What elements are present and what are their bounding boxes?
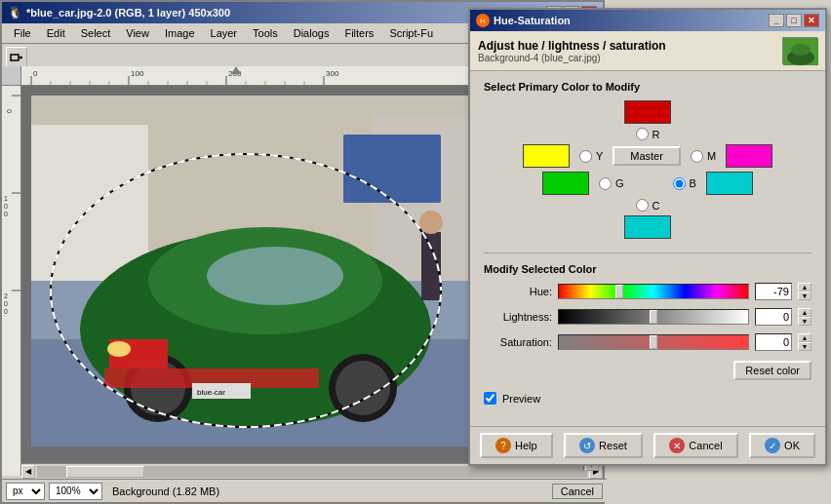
radio-magenta[interactable] bbox=[691, 150, 703, 163]
dialog-body: Select Primary Color to Modify R Y Maste… bbox=[470, 71, 825, 414]
dialog-maximize-button[interactable]: □ bbox=[786, 14, 802, 27]
sliders-section: Modify Selected Color Hue: -79 ▲ ▼ Light… bbox=[484, 252, 811, 405]
radio-cyan[interactable] bbox=[636, 199, 649, 212]
zoom-selector[interactable]: 100% 50% 200% bbox=[49, 483, 102, 500]
hue-saturation-dialog: H Hue-Saturation _ □ ✕ Adjust hue / ligh… bbox=[468, 8, 827, 466]
saturation-spinner[interactable]: ▲ ▼ bbox=[798, 333, 811, 351]
svg-text:0: 0 bbox=[4, 300, 8, 307]
svg-rect-41 bbox=[343, 135, 441, 203]
dialog-titlebar: H Hue-Saturation _ □ ✕ bbox=[470, 10, 825, 31]
menu-edit[interactable]: Edit bbox=[39, 25, 73, 41]
radio-yellow-label: Y bbox=[596, 150, 603, 162]
menu-script-fu[interactable]: Script-Fu bbox=[381, 25, 441, 41]
green-swatch bbox=[542, 172, 589, 195]
unit-selector[interactable]: px in cm bbox=[6, 483, 45, 500]
radio-blue[interactable] bbox=[673, 177, 686, 190]
saturation-value[interactable]: 0 bbox=[755, 333, 792, 351]
preview-checkbox[interactable] bbox=[484, 392, 496, 405]
dialog-close-button[interactable]: ✕ bbox=[804, 14, 819, 27]
saturation-spin-down[interactable]: ▼ bbox=[798, 342, 811, 351]
reset-label: Reset bbox=[599, 440, 627, 451]
blue-swatch bbox=[706, 172, 753, 195]
svg-text:0: 0 bbox=[4, 203, 8, 210]
middle-color-row: Y Master M bbox=[523, 144, 772, 168]
scroll-thumb-h[interactable] bbox=[66, 466, 144, 478]
cyan-swatch bbox=[624, 215, 671, 239]
lightness-spin-up[interactable]: ▲ bbox=[798, 308, 811, 317]
red-radio-row: R bbox=[636, 128, 660, 140]
menu-image[interactable]: Image bbox=[157, 25, 203, 41]
lightness-slider[interactable] bbox=[558, 309, 749, 325]
dialog-titlebar-left: H Hue-Saturation bbox=[476, 14, 571, 27]
lightness-value[interactable]: 0 bbox=[755, 308, 792, 326]
radio-green-label: G bbox=[615, 177, 624, 189]
hue-value[interactable]: -79 bbox=[755, 283, 792, 300]
saturation-thumb[interactable] bbox=[650, 335, 657, 349]
scroll-left-button[interactable]: ◀ bbox=[21, 465, 35, 479]
blue-radio-row: B bbox=[673, 177, 696, 190]
ok-icon: ✓ bbox=[765, 438, 780, 453]
cancel-bottom-button[interactable]: Cancel bbox=[552, 484, 603, 499]
hue-spinner[interactable]: ▲ ▼ bbox=[798, 283, 811, 300]
lightness-thumb[interactable] bbox=[650, 310, 657, 324]
svg-point-44 bbox=[207, 247, 343, 305]
radio-green[interactable] bbox=[599, 177, 612, 190]
ok-button[interactable]: ✓ OK bbox=[749, 433, 815, 458]
menu-tools[interactable]: Tools bbox=[245, 25, 286, 41]
green-radio-row: G bbox=[599, 177, 624, 190]
hue-spin-down[interactable]: ▼ bbox=[798, 291, 811, 300]
dialog-titlebar-buttons: _ □ ✕ bbox=[769, 14, 819, 27]
svg-text:blue-car: blue-car bbox=[197, 388, 225, 397]
radio-yellow[interactable] bbox=[579, 150, 592, 163]
svg-text:0: 0 bbox=[6, 109, 13, 113]
saturation-spin-up[interactable]: ▲ bbox=[798, 333, 811, 342]
cancel-label: Cancel bbox=[689, 440, 722, 451]
lightness-spinner[interactable]: ▲ ▼ bbox=[798, 308, 811, 326]
reset-button[interactable]: ↺ Reset bbox=[564, 433, 643, 458]
master-button[interactable]: Master bbox=[613, 146, 681, 166]
lightness-label: Lightness: bbox=[484, 311, 552, 323]
ruler-corner bbox=[2, 66, 21, 86]
toolbar-tool-icon[interactable] bbox=[6, 47, 27, 68]
svg-point-60 bbox=[791, 44, 811, 56]
dialog-header-subtitle: Background-4 (blue_car.jpg) bbox=[478, 53, 666, 63]
hue-spin-up[interactable]: ▲ bbox=[798, 283, 811, 291]
radio-magenta-label: M bbox=[707, 150, 716, 162]
radio-blue-label: B bbox=[690, 177, 696, 189]
reset-color-button[interactable]: Reset color bbox=[733, 361, 811, 380]
dialog-title-icon: H bbox=[476, 14, 490, 27]
canvas-content: blue-car bbox=[31, 96, 486, 446]
yellow-radio-row: Y bbox=[579, 150, 603, 163]
saturation-row: Saturation: 0 ▲ ▼ bbox=[484, 333, 811, 351]
help-button[interactable]: ? Help bbox=[480, 433, 553, 458]
menu-select[interactable]: Select bbox=[73, 25, 119, 41]
ruler-vertical: 0 1 0 0 2 0 0 bbox=[2, 86, 21, 476]
hue-row: Hue: -79 ▲ ▼ bbox=[484, 283, 811, 300]
preview-label: Preview bbox=[502, 393, 540, 405]
radio-red[interactable] bbox=[636, 128, 649, 140]
preview-row: Preview bbox=[484, 392, 811, 405]
svg-text:1: 1 bbox=[4, 195, 8, 202]
radio-red-label: R bbox=[653, 129, 660, 140]
dialog-thumbnail bbox=[782, 37, 817, 64]
modify-section-title: Modify Selected Color bbox=[484, 263, 811, 275]
svg-point-55 bbox=[419, 211, 443, 234]
radio-cyan-label: C bbox=[653, 200, 660, 212]
dialog-footer: ? Help ↺ Reset ✕ Cancel ✓ OK bbox=[470, 426, 825, 464]
svg-point-53 bbox=[107, 341, 131, 357]
menu-file[interactable]: File bbox=[6, 25, 39, 41]
menu-dialogs[interactable]: Dialogs bbox=[286, 25, 337, 41]
svg-text:0: 0 bbox=[4, 211, 8, 217]
menu-layer[interactable]: Layer bbox=[203, 25, 246, 41]
hue-slider[interactable] bbox=[558, 284, 749, 299]
svg-rect-0 bbox=[11, 55, 19, 60]
dialog-minimize-button[interactable]: _ bbox=[769, 14, 784, 27]
cancel-button[interactable]: ✕ Cancel bbox=[653, 433, 737, 458]
hue-thumb[interactable] bbox=[615, 285, 623, 298]
saturation-slider[interactable] bbox=[558, 334, 749, 350]
ok-label: OK bbox=[784, 440, 800, 451]
menu-view[interactable]: View bbox=[118, 25, 157, 41]
svg-text:300: 300 bbox=[326, 69, 339, 78]
menu-filters[interactable]: Filters bbox=[336, 25, 381, 41]
lightness-spin-down[interactable]: ▼ bbox=[798, 317, 811, 326]
